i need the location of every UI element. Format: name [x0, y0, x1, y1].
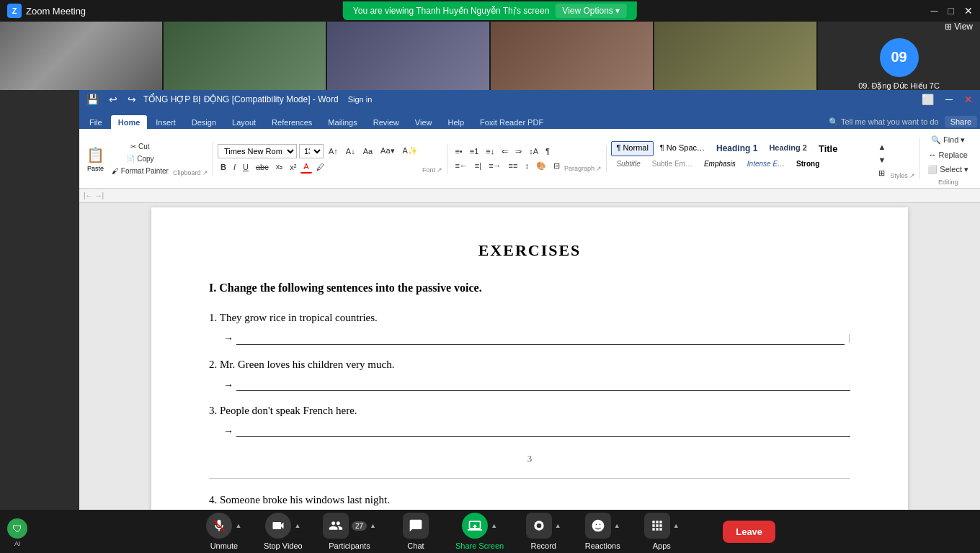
- line-spacing-button[interactable]: ↕: [522, 160, 532, 172]
- paste-button[interactable]: 📋: [84, 145, 107, 165]
- word-redo-button[interactable]: ↪: [125, 92, 139, 107]
- word-save-button[interactable]: 💾: [84, 92, 102, 107]
- clear-format-button[interactable]: Aa: [360, 145, 375, 157]
- share-screen-icon: [462, 513, 488, 539]
- tab-review[interactable]: Review: [366, 115, 406, 129]
- answer-line-3: →: [223, 422, 850, 440]
- tab-references[interactable]: References: [264, 115, 319, 129]
- align-center-button[interactable]: ≡|: [472, 160, 484, 172]
- find-button[interactable]: 🔍 Find ▾: [928, 134, 968, 146]
- change-case-button[interactable]: Aa▾: [378, 145, 397, 157]
- zoom-titlebar: Z Zoom Meeting You are viewing Thanh Huy…: [0, 0, 980, 22]
- stop-video-button[interactable]: ▲ Stop Video: [264, 513, 303, 550]
- view-options-button[interactable]: View Options ▾: [555, 4, 627, 18]
- increase-indent-button[interactable]: ⇒: [512, 145, 525, 158]
- word-restore-button[interactable]: ⬜: [919, 92, 937, 107]
- stop-video-label: Stop Video: [264, 541, 303, 550]
- zoom-bottombar: 🛡 Ai ▲ Unmute ▲ Stop Video: [0, 510, 980, 553]
- word-left-panel: [0, 90, 79, 510]
- style-title[interactable]: Title: [814, 141, 843, 156]
- strikethrough-button[interactable]: abc: [253, 161, 272, 173]
- text-effects-button[interactable]: A✨: [400, 145, 421, 157]
- decrease-indent-button[interactable]: ⇐: [499, 145, 511, 158]
- underline-button[interactable]: U: [240, 161, 251, 173]
- minimize-button[interactable]: ─: [931, 5, 938, 17]
- multilevel-list-button[interactable]: ≡↓: [483, 145, 497, 158]
- share-screen-label: Share Screen: [455, 541, 504, 550]
- answer-line-2: →: [223, 376, 850, 394]
- tab-layout[interactable]: Layout: [225, 115, 263, 129]
- maximize-button[interactable]: □: [948, 5, 954, 17]
- style-emphasis[interactable]: Emphasis: [699, 158, 741, 170]
- text-color-button[interactable]: A: [300, 161, 311, 174]
- font-grow-button[interactable]: A↑: [326, 145, 341, 157]
- shading-button[interactable]: 🎨: [533, 160, 549, 172]
- close-button[interactable]: ✕: [964, 5, 973, 17]
- share-button[interactable]: Share: [945, 116, 977, 127]
- app-title: Zoom Meeting: [26, 6, 86, 17]
- styles-expand[interactable]: ⊞: [875, 167, 888, 179]
- chat-button[interactable]: Chat: [396, 513, 435, 550]
- style-no-space[interactable]: ¶ No Spac…: [655, 141, 710, 156]
- word-close-button[interactable]: ✕: [961, 92, 976, 107]
- borders-button[interactable]: ⊟: [551, 160, 563, 172]
- section-heading: I. Change the following sentences into t…: [209, 278, 850, 299]
- reactions-button[interactable]: ▲ Reactions: [583, 513, 622, 550]
- style-intense-e[interactable]: Intense E…: [742, 158, 790, 170]
- tab-view[interactable]: View: [408, 115, 440, 129]
- font-size-selector[interactable]: 13111214: [299, 144, 324, 158]
- style-normal[interactable]: ¶ Normal: [611, 141, 653, 156]
- tab-mailings[interactable]: Mailings: [321, 115, 364, 129]
- subscript-button[interactable]: x₂: [273, 161, 286, 173]
- select-button[interactable]: ⬜ Select ▾: [925, 163, 971, 176]
- numbering-button[interactable]: ≡1: [467, 145, 482, 158]
- show-formatting-button[interactable]: ¶: [543, 145, 553, 158]
- share-screen-button[interactable]: ▲ Share Screen: [455, 513, 504, 550]
- styles-scroll-down[interactable]: ▼: [875, 154, 888, 166]
- style-subtle-em[interactable]: Subtle Em…: [647, 158, 698, 170]
- zoom-logo: Z Zoom Meeting: [7, 4, 86, 18]
- format-painter-button[interactable]: 🖌 Format Painter: [109, 166, 172, 176]
- view-button-top[interactable]: ⊞ View: [945, 22, 973, 32]
- video-icon: [265, 513, 291, 539]
- apps-button[interactable]: ▲ Apps: [642, 513, 681, 550]
- replace-button[interactable]: ↔ Replace: [925, 149, 970, 161]
- doc-title: EXERCISES: [209, 236, 850, 265]
- word-signin-button[interactable]: Sign in: [341, 93, 380, 106]
- cut-button[interactable]: ✂ Cut: [109, 141, 172, 152]
- style-strong[interactable]: Strong: [791, 158, 824, 170]
- word-title-dropdown[interactable]: TỔNG HỢP BỊ ĐỘNG [Compatibility Mode] - …: [143, 93, 379, 106]
- bullets-button[interactable]: ≡•: [452, 145, 465, 158]
- align-left-button[interactable]: ≡←: [452, 160, 470, 172]
- style-heading2[interactable]: Heading 2: [764, 141, 812, 156]
- unmute-button[interactable]: ▲ Unmute: [205, 513, 244, 550]
- styles-scroll-up[interactable]: ▲: [875, 141, 888, 153]
- word-minimize-button[interactable]: ─: [943, 92, 956, 107]
- editing-group: 🔍 Find ▾ ↔ Replace ⬜ Select ▾ Editing: [925, 131, 976, 186]
- record-button[interactable]: ▲ Record: [524, 513, 563, 550]
- leave-button[interactable]: Leave: [723, 521, 775, 543]
- participants-count: 27: [352, 521, 367, 531]
- align-right-button[interactable]: ≡→: [486, 160, 504, 172]
- style-heading1[interactable]: Heading 1: [711, 141, 762, 156]
- participants-button[interactable]: 27 ▲ Participants: [323, 513, 376, 550]
- tab-insert[interactable]: Insert: [148, 115, 183, 129]
- sort-button[interactable]: ↕A: [526, 145, 541, 158]
- highlight-button[interactable]: 🖊: [313, 161, 327, 173]
- tab-design[interactable]: Design: [184, 115, 223, 129]
- bold-button[interactable]: B: [218, 161, 229, 173]
- superscript-button[interactable]: x²: [287, 161, 299, 173]
- word-undo-button[interactable]: ↩: [106, 92, 120, 107]
- tab-home[interactable]: Home: [111, 115, 148, 129]
- doc-content-area[interactable]: EXERCISES I. Change the following senten…: [151, 207, 908, 510]
- style-subtitle[interactable]: Subtitle: [611, 158, 645, 170]
- tab-file[interactable]: File: [82, 115, 110, 129]
- italic-button[interactable]: I: [231, 161, 239, 173]
- copy-button[interactable]: 📄 Copy: [109, 153, 172, 164]
- word-application: 💾 ↩ ↪ TỔNG HỢP BỊ ĐỘNG [Compatibility Mo…: [79, 90, 980, 510]
- font-family-selector[interactable]: Times New Roman: [218, 144, 297, 158]
- font-shrink-button[interactable]: A↓: [343, 145, 358, 157]
- justify-button[interactable]: ≡≡: [506, 160, 521, 172]
- tab-help[interactable]: Help: [440, 115, 471, 129]
- tab-foxit[interactable]: Foxit Reader PDF: [473, 115, 551, 129]
